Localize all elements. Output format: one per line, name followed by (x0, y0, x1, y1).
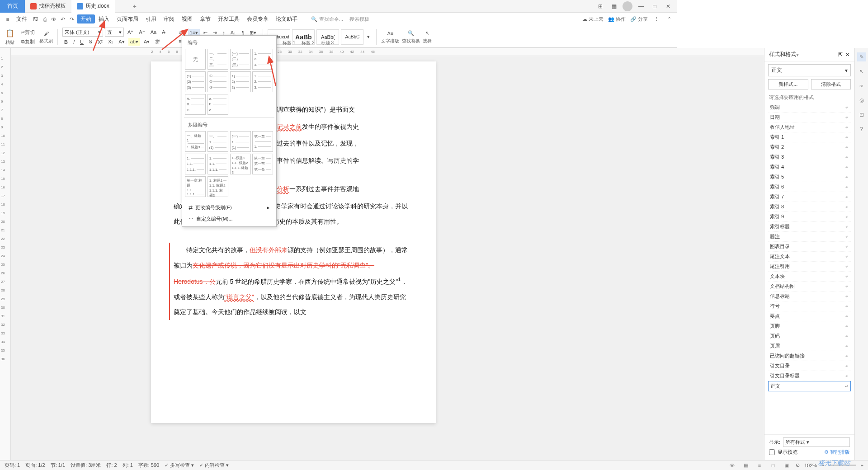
menu-会员专享[interactable]: 会员专享 (243, 14, 272, 24)
numbering-preset[interactable]: 1.2.3. (252, 71, 273, 92)
pinyin-icon[interactable]: 拼 (153, 38, 162, 46)
grow-font-icon[interactable]: A⁺ (126, 28, 135, 36)
preview-icon[interactable]: 👁 (50, 15, 58, 24)
numbering-preset[interactable]: 1.1.1.1.1.1. (185, 154, 206, 174)
numbering-preset[interactable]: 一、标题11. 标题3 (185, 131, 206, 152)
subscript-icon[interactable]: X₂ (106, 38, 115, 46)
format-painter-button[interactable]: 🖌 (42, 30, 51, 37)
menu-章节[interactable]: 章节 (196, 14, 214, 24)
numbering-title: 编号 (184, 38, 274, 48)
menu-引用[interactable]: 引用 (142, 14, 160, 24)
shrink-font-icon[interactable]: A⁻ (137, 28, 146, 36)
strike-icon[interactable]: S̶ (87, 38, 94, 46)
coop-button[interactable]: 👥 协作 (608, 16, 626, 23)
template-icon (30, 3, 37, 9)
numbering-preset[interactable]: 第一章 标题1.1.1.1.1. (185, 176, 206, 197)
menu-开始[interactable]: 开始 (77, 14, 95, 24)
tab-new[interactable]: + (128, 3, 141, 10)
menu-开发工具[interactable]: 开发工具 (214, 14, 243, 24)
undo-icon[interactable]: ↶ (59, 15, 67, 24)
numbering-none[interactable]: 无 (185, 49, 206, 70)
numbering-preset[interactable]: (1)(2)(3) (185, 71, 206, 92)
clear-format-icon[interactable]: A̶ (160, 28, 167, 36)
titlebar: 首页 找稻壳模板 历史.docx + ⊞ ▦ — □ ✕ (0, 0, 677, 13)
font-effects-icon[interactable]: A▾ (142, 38, 151, 46)
highlight-icon[interactable]: ab▾ (128, 38, 140, 46)
copy-button[interactable]: ⧉ 复制 (19, 38, 37, 46)
heading1-label: 标题 1 (283, 40, 295, 46)
menu-视图[interactable]: 视图 (178, 14, 196, 24)
underline-icon[interactable]: U (78, 38, 85, 46)
cut-button[interactable]: ✂ 剪切 (19, 28, 37, 37)
heading3-label: 标题 3 (321, 40, 334, 46)
ribbon: 📋 粘贴 ✂ 剪切 ⧉ 复制 🖌 格式刷 宋体 (正文)▾ 五▾ A⁺ A⁻ A… (0, 26, 677, 48)
menu-论文助手[interactable]: 论文助手 (272, 14, 301, 24)
layout-icon[interactable]: ⊞ (595, 1, 605, 11)
print-icon[interactable]: ⎙ (41, 15, 49, 24)
multi-title: 多级编号 (184, 120, 274, 130)
numbering-preset[interactable]: 1. 标题11.1. 标题21.1.1. 标题3 (208, 176, 228, 197)
numbering-preset[interactable]: 1. 标题11.1. 标题21.1.1.标题3 (230, 154, 251, 174)
format-painter-label: 格式刷 (39, 38, 53, 44)
close-button[interactable]: ✕ (663, 1, 673, 11)
search-cmd-icon: 🔍 (311, 16, 317, 22)
vertical-ruler: 1234567891011121314151617181920212223242… (0, 48, 11, 367)
doc-icon (77, 3, 83, 9)
italic-icon[interactable]: I (71, 38, 76, 46)
style-h3[interactable]: AaBbC (341, 29, 363, 45)
maximize-button[interactable]: □ (650, 1, 660, 11)
cloud-status[interactable]: ☁ 未上云 (582, 16, 604, 23)
numbering-preset[interactable]: ①②③ (208, 71, 228, 92)
numbering-preset[interactable]: 第一章第一节第一条 (252, 154, 273, 174)
numbering-preset[interactable]: 一、二、三、 (208, 49, 228, 70)
numbering-preset[interactable]: 1)2)3) (230, 71, 251, 92)
menu-file[interactable]: 文件 (13, 14, 31, 24)
horizontal-ruler: 2468101214161820222426283032343638404244… (11, 48, 677, 56)
menu-页面布局[interactable]: 页面布局 (113, 14, 142, 24)
numbering-preset[interactable]: (一)1.(1) (230, 131, 251, 152)
tab-document[interactable]: 历史.docx (71, 0, 115, 13)
numbering-preset[interactable]: 第一章1. (252, 131, 273, 152)
minimize-button[interactable]: — (636, 1, 646, 11)
text-layout-button[interactable]: A≡ (386, 30, 396, 37)
change-case-icon[interactable]: Aa (149, 28, 158, 36)
superscript-icon[interactable]: X² (96, 38, 104, 46)
style-more-icon[interactable]: ▾ (365, 33, 372, 41)
find-replace-button[interactable]: 🔍 (406, 29, 416, 37)
custom-numbering-item[interactable]: ⋯自定义编号(M)... (184, 213, 274, 225)
font-color-icon[interactable]: A▾ (117, 38, 126, 46)
heading2-label: 标题 2 (302, 40, 314, 46)
numbering-preset[interactable]: 一、1.(1) (208, 131, 228, 152)
menu-icon[interactable]: ≡ (4, 15, 12, 24)
change-level-item[interactable]: ⇄更改编号级别(E)▸ (184, 202, 274, 213)
document-area: 1234567891011121314151617181920212223242… (0, 48, 677, 367)
bold-icon[interactable]: B (62, 38, 70, 46)
user-avatar[interactable] (623, 1, 632, 11)
search-template[interactable]: 搜索模板 (349, 16, 369, 23)
expand-icon[interactable]: ⌃ (665, 15, 673, 24)
numbering-preset[interactable]: 1.1.1.1.1.1. (208, 154, 228, 174)
search-cmd[interactable]: 查找命令... (319, 16, 343, 23)
save-icon[interactable]: 🖫 (32, 15, 40, 24)
share-button[interactable]: 🔗 分享 (630, 16, 648, 23)
menu-审阅[interactable]: 审阅 (160, 14, 178, 24)
more-icon[interactable]: ⋮ (652, 15, 660, 24)
tab-template[interactable]: 找稻壳模板 (25, 0, 71, 13)
redo-icon[interactable]: ↷ (68, 15, 76, 24)
apps-icon[interactable]: ▦ (609, 1, 619, 11)
paste-button[interactable]: 📋 (4, 28, 16, 38)
menu-插入[interactable]: 插入 (95, 14, 113, 24)
numbering-preset[interactable]: (一)(二)(三) (230, 49, 251, 70)
paste-label: 粘贴 (5, 39, 14, 46)
numbering-preset[interactable]: 1.2.3. (252, 49, 273, 70)
menubar: ≡ 文件 🖫 ⎙ 👁 ↶ ↷ 开始插入页面布局引用审阅视图章节开发工具会员专享论… (0, 13, 677, 26)
select-button[interactable]: ↖ (424, 29, 431, 37)
font-name-combo[interactable]: 宋体 (正文)▾ (62, 28, 103, 37)
numbering-preset[interactable]: A.B.C. (185, 94, 206, 115)
font-size-combo[interactable]: 五▾ (105, 28, 124, 37)
numbering-dropdown: 编号 无一、二、三、(一)(二)(三)1.2.3. (1)(2)(3)①②③1)… (182, 35, 277, 227)
tab-home[interactable]: 首页 (0, 0, 25, 13)
numbering-preset[interactable]: a.b.c. (208, 94, 228, 115)
